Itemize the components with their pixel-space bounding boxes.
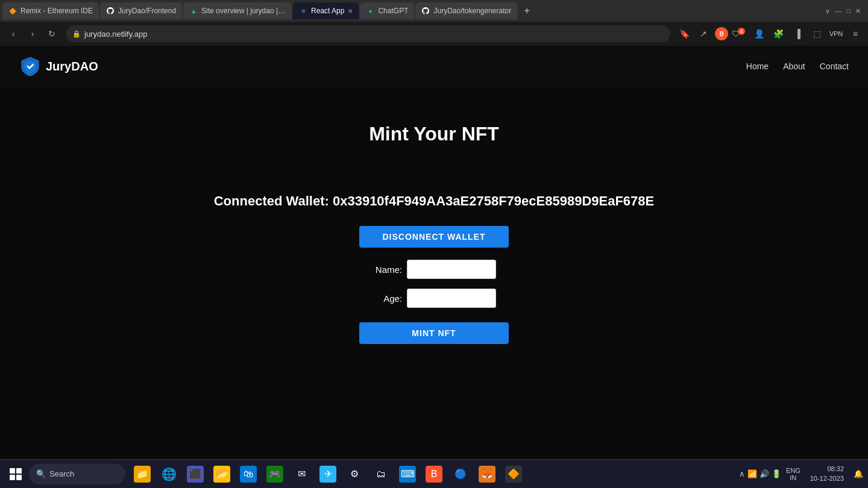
notifications-icon[interactable]: 🔔 [854, 469, 863, 478]
tab-github-frontend-label: JuryDao/Frontend [118, 7, 176, 15]
store-icon: 🛍 [240, 466, 257, 483]
taskbar-app-files2[interactable]: 🗂 [369, 462, 393, 486]
taskbar-app-xbox[interactable]: 🎮 [263, 462, 287, 486]
battery-icon[interactable]: 🔋 [772, 469, 781, 478]
netlify-favicon: ▲ [189, 7, 198, 15]
xbox-icon: 🎮 [266, 466, 283, 483]
vpn-button[interactable]: VPN [828, 26, 844, 42]
nav-link-home[interactable]: Home [746, 61, 769, 71]
extensions-button[interactable]: 🧩 [770, 26, 786, 42]
share-button[interactable]: ↗ [696, 26, 711, 42]
teams-icon: ⬛ [187, 466, 204, 483]
mail-icon: ✉ [293, 466, 310, 483]
bookmark-button[interactable]: 🔖 [676, 26, 692, 42]
remix-favicon: 🔶 [8, 7, 17, 15]
lang-text: ENG [786, 467, 800, 474]
taskbar-app-chrome[interactable]: 🔵 [448, 462, 473, 486]
browser-chrome: 🔶 Remix - Ethereum IDE JuryDao/Frontend … [0, 0, 868, 46]
sidebar-button[interactable]: ▐ [790, 26, 805, 42]
taskbar-app-code[interactable]: ⌨ [395, 462, 420, 486]
search-icon: 🔍 [36, 469, 46, 478]
wallet-address: 0x33910f4F949AA3aE2758F79ecE85989D9EaF67… [333, 193, 654, 208]
taskbar-app-settings[interactable]: ⚙ [342, 462, 366, 486]
system-clock[interactable]: 08:32 10-12-2023 [805, 465, 849, 483]
github-token-favicon [421, 7, 430, 15]
taskbar-app-explorer[interactable]: 📁 [130, 462, 154, 486]
explorer-icon: 📁 [134, 466, 151, 483]
tab-netlify[interactable]: ▲ Site overview | jurydao | Netlify [183, 2, 292, 19]
copy-button[interactable]: ⬚ [809, 26, 825, 42]
edge-icon: 🌐 [160, 466, 177, 483]
volume-icon[interactable]: 🔊 [760, 469, 769, 478]
age-input[interactable] [407, 289, 496, 308]
tab-react-app-label: React App [311, 7, 344, 15]
close-btn[interactable]: ✕ [855, 7, 861, 15]
region-text: IN [786, 474, 800, 481]
nav-link-about[interactable]: About [783, 61, 805, 71]
search-label: Search [49, 469, 74, 478]
taskbar-app-telegram[interactable]: ✈ [316, 462, 340, 486]
taskbar-app-teams[interactable]: ⬛ [183, 462, 207, 486]
wallet-label: Connected Wallet: [214, 193, 329, 208]
tab-remix-label: Remix - Ethereum IDE [20, 7, 93, 15]
age-label: Age: [372, 293, 402, 304]
language-indicator: ENG IN [786, 467, 800, 481]
tab-react-app[interactable]: ⚛ React App ✕ [293, 2, 359, 19]
taskbar: 🔍 Search 📁 🌐 ⬛ 📂 🛍 🎮 ✉ ✈ ⚙ 🗂 [0, 459, 868, 488]
github-frontend-favicon [106, 7, 115, 15]
nav-actions: 🔖 ↗ B 🛡4 👤 🧩 ▐ ⬚ VPN ≡ [676, 26, 863, 42]
site-logo: JuryDAO [19, 55, 98, 77]
nav-bar: ‹ › ↻ 🔒 jurydao.netlify.app 🔖 ↗ B 🛡4 👤 🧩… [0, 22, 868, 46]
nav-link-contact[interactable]: Contact [820, 61, 849, 71]
tab-controls: ∨ — □ ✕ [820, 7, 866, 15]
age-row: Age: [372, 289, 496, 308]
logo-text: JuryDAO [46, 60, 98, 74]
tab-chatgpt[interactable]: ● ChatGPT [360, 2, 414, 19]
settings-icon: ⚙ [346, 466, 363, 483]
taskbar-app-mail[interactable]: ✉ [289, 462, 313, 486]
taskbar-app-brave[interactable]: B [422, 462, 446, 486]
chatgpt-favicon: ● [366, 7, 374, 15]
menu-button[interactable]: ≡ [848, 26, 863, 42]
taskbar-app-edge[interactable]: 🌐 [157, 462, 181, 486]
back-button[interactable]: ‹ [5, 25, 22, 42]
tab-github-token-label: JuryDao/tokengenerator [433, 7, 511, 15]
tab-prev-btn[interactable]: ∨ [825, 7, 830, 15]
account-button[interactable]: 👤 [751, 26, 767, 42]
brave-shield[interactable]: 🛡4 [732, 26, 747, 42]
start-button[interactable] [5, 463, 27, 485]
disconnect-wallet-button[interactable]: DISCONNECT WALLET [359, 226, 509, 248]
page-title: Mint Your NFT [369, 123, 499, 145]
taskbar-app-metamask[interactable]: 🦊 [475, 462, 499, 486]
tab-netlify-label: Site overview | jurydao | Netlify [201, 7, 286, 15]
tab-remix[interactable]: 🔶 Remix - Ethereum IDE [2, 2, 99, 19]
new-tab-button[interactable]: + [518, 2, 535, 19]
logo-shield-icon [19, 55, 41, 77]
metamask-icon: 🦊 [479, 466, 495, 483]
address-text: jurydao.netlify.app [84, 30, 148, 39]
address-bar[interactable]: 🔒 jurydao.netlify.app [66, 25, 670, 42]
maximize-btn[interactable]: □ [846, 7, 851, 15]
taskbar-app-files[interactable]: 📂 [210, 462, 234, 486]
files-icon: 📂 [213, 466, 230, 483]
reload-button[interactable]: ↻ [43, 25, 60, 42]
telegram-icon: ✈ [319, 466, 336, 483]
chevron-up-icon[interactable]: ∧ [739, 469, 745, 478]
taskbar-apps: 📁 🌐 ⬛ 📂 🛍 🎮 ✉ ✈ ⚙ 🗂 ⌨ [130, 462, 526, 486]
taskbar-app-store[interactable]: 🛍 [236, 462, 260, 486]
forward-button[interactable]: › [24, 25, 41, 42]
date-display: 10-12-2023 [810, 474, 844, 483]
mint-nft-button[interactable]: MINT NFT [359, 322, 509, 344]
brave-icon[interactable]: B [715, 27, 728, 40]
tab-react-close[interactable]: ✕ [348, 8, 353, 14]
tab-github-frontend[interactable]: JuryDao/Frontend [100, 2, 182, 19]
brave2-icon: 🔶 [505, 466, 522, 483]
tab-github-token[interactable]: JuryDao/tokengenerator [415, 2, 517, 19]
network-icon[interactable]: 📶 [747, 469, 757, 478]
name-input[interactable] [407, 260, 496, 279]
taskbar-search-box[interactable]: 🔍 Search [29, 464, 125, 484]
site-navbar: JuryDAO Home About Contact [0, 46, 868, 87]
taskbar-app-brave2[interactable]: 🔶 [502, 462, 526, 486]
lock-icon: 🔒 [72, 30, 81, 38]
minimize-btn[interactable]: — [835, 7, 841, 15]
